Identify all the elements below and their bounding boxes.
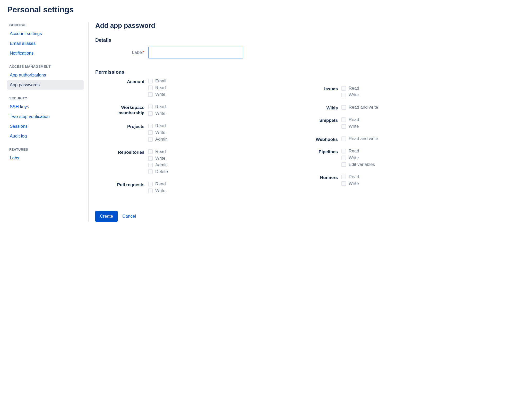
sidebar-item-sessions[interactable]: Sessions <box>7 122 84 131</box>
checkbox-repos-read[interactable] <box>148 149 153 154</box>
checkbox-label: Read <box>155 123 166 128</box>
sidebar-item-app-authorizations[interactable]: App authorizations <box>7 71 84 80</box>
checkbox-issues-write[interactable] <box>341 93 346 97</box>
checkbox-label: Read <box>155 104 166 109</box>
sidebar-item-two-step[interactable]: Two-step verification <box>7 112 84 121</box>
sidebar-item-labs[interactable]: Labs <box>7 153 84 163</box>
create-button[interactable]: Create <box>95 211 118 222</box>
permissions-column-left: Account Email Read Write Workspace membe… <box>95 79 296 201</box>
perm-group-workspace-label: Workspace membership <box>95 104 148 118</box>
perm-group-account-label: Account <box>95 79 148 99</box>
label-field-label: Label* <box>95 50 148 55</box>
checkbox-pipelines-edit-vars[interactable] <box>341 162 346 167</box>
permissions-column-right: Issues Read Write Wikis Read and write S… <box>307 79 508 201</box>
checkbox-repos-delete[interactable] <box>148 169 153 174</box>
sidebar-group-security-label: SECURITY <box>9 96 84 100</box>
checkbox-pipelines-write[interactable] <box>341 156 346 160</box>
perm-group-issues-label: Issues <box>307 86 341 99</box>
sidebar-item-audit-log[interactable]: Audit log <box>7 132 84 141</box>
checkbox-label: Read <box>349 86 359 91</box>
checkbox-webhooks-rw[interactable] <box>341 136 346 141</box>
perm-group-pullrequests-label: Pull requests <box>95 182 148 195</box>
page-title: Personal settings <box>7 5 508 14</box>
sidebar-group-general-label: GENERAL <box>9 23 84 27</box>
checkbox-pr-write[interactable] <box>148 188 153 193</box>
checkbox-label: Read <box>155 85 166 90</box>
checkbox-label: Write <box>155 188 165 193</box>
checkbox-label: Write <box>349 155 359 160</box>
checkbox-label: Read <box>349 149 359 154</box>
perm-group-repositories-label: Repositories <box>95 149 148 176</box>
checkbox-label: Read <box>349 117 359 122</box>
sidebar-item-app-passwords[interactable]: App passwords <box>7 80 84 90</box>
checkbox-pr-read[interactable] <box>148 182 153 186</box>
checkbox-label: Write <box>349 92 359 98</box>
perm-group-projects-label: Projects <box>95 123 148 143</box>
sidebar-item-ssh-keys[interactable]: SSH keys <box>7 102 84 112</box>
label-field-text: Label <box>132 50 143 55</box>
permissions-heading: Permissions <box>95 69 508 75</box>
sidebar-item-notifications[interactable]: Notifications <box>7 49 84 58</box>
sidebar-item-email-aliases[interactable]: Email aliases <box>7 39 84 48</box>
checkbox-repos-write[interactable] <box>148 156 153 161</box>
perm-group-snippets-label: Snippets <box>307 117 341 131</box>
checkbox-snippets-write[interactable] <box>341 124 346 129</box>
checkbox-issues-read[interactable] <box>341 86 346 91</box>
sidebar-group-features-label: FEATURES <box>9 148 84 151</box>
perm-group-pipelines-label: Pipelines <box>307 149 341 169</box>
perm-group-runners-label: Runners <box>307 174 341 188</box>
sidebar: GENERAL Account settings Email aliases N… <box>7 21 88 222</box>
perm-group-wikis-label: Wikis <box>307 105 341 112</box>
checkbox-label: Read <box>349 174 359 179</box>
checkbox-projects-admin[interactable] <box>148 137 153 142</box>
checkbox-workspace-write[interactable] <box>148 111 153 116</box>
checkbox-snippets-read[interactable] <box>341 117 346 122</box>
required-asterisk: * <box>143 50 144 55</box>
checkbox-label: Write <box>155 111 165 116</box>
perm-group-webhooks-label: Webhooks <box>307 136 341 143</box>
checkbox-label: Admin <box>155 162 168 168</box>
checkbox-label: Read and write <box>349 105 378 110</box>
checkbox-workspace-read[interactable] <box>148 105 153 109</box>
checkbox-label: Read and write <box>349 136 378 141</box>
checkbox-label: Write <box>155 130 165 135</box>
checkbox-pipelines-read[interactable] <box>341 149 346 153</box>
cancel-button[interactable]: Cancel <box>122 214 136 219</box>
label-input[interactable] <box>148 47 243 58</box>
checkbox-runners-read[interactable] <box>341 175 346 179</box>
checkbox-label: Write <box>155 156 165 161</box>
main-content: Add app password Details Label* Permissi… <box>89 21 508 222</box>
checkbox-repos-admin[interactable] <box>148 163 153 167</box>
checkbox-label: Delete <box>155 169 168 174</box>
checkbox-label: Admin <box>155 137 168 142</box>
checkbox-label: Write <box>349 181 359 186</box>
checkbox-label: Read <box>155 149 166 154</box>
checkbox-label: Email <box>155 79 166 84</box>
main-title: Add app password <box>95 22 508 30</box>
checkbox-projects-read[interactable] <box>148 124 153 128</box>
details-heading: Details <box>95 37 508 43</box>
checkbox-label: Read <box>155 182 166 187</box>
checkbox-projects-write[interactable] <box>148 130 153 135</box>
checkbox-label: Edit variables <box>349 162 375 167</box>
checkbox-account-read[interactable] <box>148 85 153 90</box>
sidebar-item-account-settings[interactable]: Account settings <box>7 29 84 38</box>
checkbox-account-write[interactable] <box>148 92 153 97</box>
checkbox-runners-write[interactable] <box>341 181 346 186</box>
checkbox-label: Write <box>155 92 165 97</box>
checkbox-label: Write <box>349 124 359 129</box>
checkbox-wikis-rw[interactable] <box>341 105 346 110</box>
checkbox-account-email[interactable] <box>148 79 153 83</box>
sidebar-group-access-label: ACCESS MANAGEMENT <box>9 65 84 68</box>
